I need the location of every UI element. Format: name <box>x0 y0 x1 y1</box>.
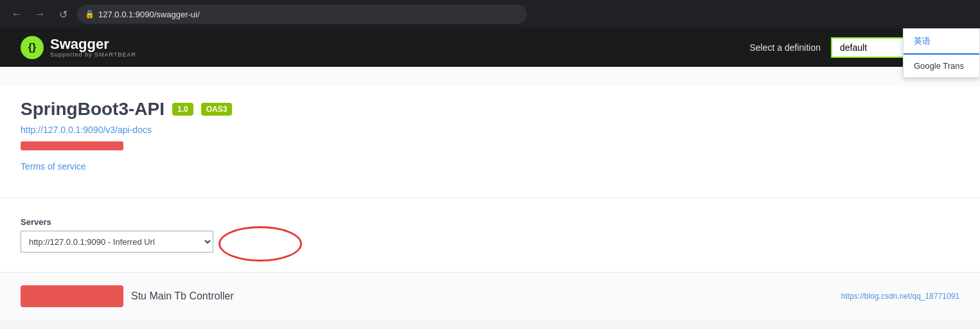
url-text: 127.0.0.1:9090/swagger-ui/ <box>98 10 200 19</box>
translate-popup: 英语 Google Trans <box>903 28 980 78</box>
swagger-subtitle: Supported by SMARTBEAR <box>50 51 136 58</box>
translate-item-chinese[interactable]: 英语 <box>904 29 979 55</box>
address-bar[interactable]: 🔒 127.0.0.1:9090/swagger-ui/ <box>77 4 527 24</box>
swagger-title: Swagger <box>50 37 136 51</box>
servers-label: Servers <box>21 217 959 227</box>
red-circle-annotation <box>218 226 302 262</box>
reload-button[interactable]: ↺ <box>54 5 72 23</box>
swagger-branding: Swagger Supported by SMARTBEAR <box>50 37 136 58</box>
api-title: SpringBoot3-API <box>21 99 165 120</box>
controller-section: Stu Main Tb Controller https://blog.csdn… <box>0 272 980 320</box>
forward-button[interactable]: → <box>31 5 49 23</box>
servers-section: Servers http://127.0.0.1:9090 - Inferred… <box>0 198 980 272</box>
redacted-bar-2 <box>21 285 123 307</box>
lock-icon: 🔒 <box>85 10 94 19</box>
forward-icon: → <box>35 8 45 20</box>
swagger-icon: {} <box>21 36 44 59</box>
reload-icon: ↺ <box>59 8 67 21</box>
api-title-row: SpringBoot3-API 1.0 OAS3 <box>21 99 959 120</box>
api-docs-link[interactable]: http://127.0.0.1:9090/v3/api-docs <box>21 125 959 135</box>
server-select[interactable]: http://127.0.0.1:9090 - Inferred Url <box>21 231 213 253</box>
select-definition-label: Select a definition <box>749 42 821 53</box>
swagger-header: {} Swagger Supported by SMARTBEAR Select… <box>0 28 980 67</box>
back-icon: ← <box>12 8 22 20</box>
oas3-badge: OAS3 <box>201 103 233 116</box>
api-info-section: SpringBoot3-API 1.0 OAS3 http://127.0.0.… <box>0 86 980 198</box>
redacted-bar-1 <box>21 141 123 150</box>
browser-bar: ← → ↺ 🔒 127.0.0.1:9090/swagger-ui/ <box>0 0 980 28</box>
main-content: SpringBoot3-API 1.0 OAS3 http://127.0.0.… <box>0 67 980 320</box>
back-button[interactable]: ← <box>8 5 26 23</box>
version-badge: 1.0 <box>172 103 193 116</box>
csdn-link[interactable]: https://blog.csdn.net/qq_18771091 <box>841 292 959 301</box>
servers-row: http://127.0.0.1:9090 - Inferred Url <box>21 231 959 253</box>
translate-item-google[interactable]: Google Trans <box>904 55 979 77</box>
swagger-logo: {} Swagger Supported by SMARTBEAR <box>21 36 136 59</box>
controller-name: Stu Main Tb Controller <box>131 290 234 302</box>
terms-of-service-link[interactable]: Terms of service <box>21 161 86 172</box>
